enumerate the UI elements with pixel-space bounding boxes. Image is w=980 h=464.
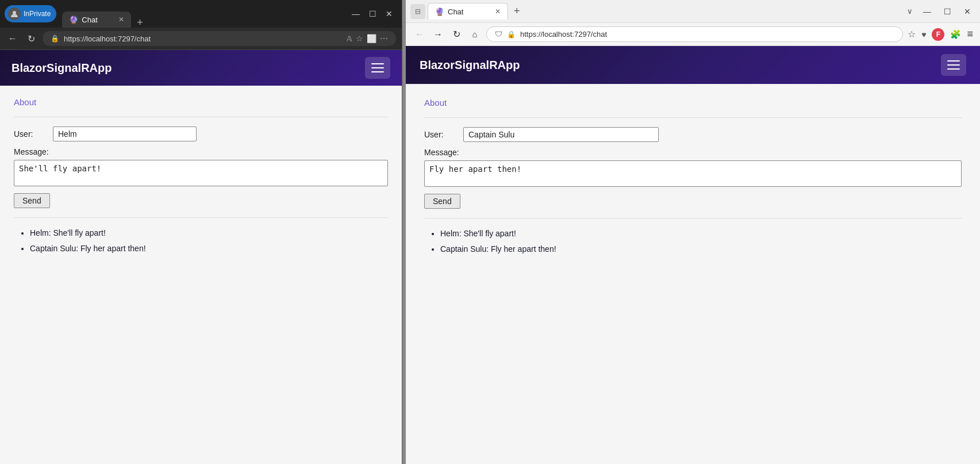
left-address-bar: ← ↻ 🔒 https://localhost:7297/chat 𝔸 ☆ ⬜ … [0, 28, 402, 50]
right-url-text: https://localhost:7297/chat [520, 30, 894, 39]
left-new-tab-button[interactable]: + [133, 17, 147, 28]
left-window-controls: — ☐ ✕ [352, 10, 397, 18]
right-message-label: Message: [424, 148, 962, 157]
right-app-container: BlazorSignalRApp About User: Message: Fl… [406, 46, 980, 464]
right-favorites-icon[interactable]: ☆ [908, 29, 916, 40]
right-app-content: About User: Message: Fly her apart then!… [406, 84, 980, 464]
left-tab-title: Chat [82, 16, 97, 24]
right-hamburger-line-2 [947, 64, 960, 66]
right-messages-list: Helm: She'll fly apart! Captain Sulu: Fl… [424, 228, 962, 255]
left-message-label: Message: [14, 147, 388, 156]
left-read-aloud-icon[interactable]: 𝔸 [347, 34, 352, 43]
inprivate-label: InPrivate [24, 10, 51, 18]
right-divider-2 [424, 218, 962, 218]
left-user-input[interactable] [53, 126, 197, 141]
right-refresh-button[interactable]: ↻ [449, 29, 463, 40]
left-close-button[interactable]: ✕ [386, 10, 393, 18]
left-title-bar: InPrivate 🔮 Chat ✕ + — ☐ ✕ [0, 0, 402, 28]
right-home-button[interactable]: ⌂ [468, 29, 482, 39]
right-browser-window: ⊟ 🔮 Chat ✕ + ∨ — ☐ ✕ ← → ↻ ⌂ 🛡 🔒 https:/… [406, 0, 980, 464]
list-item: Helm: She'll fly apart! [440, 228, 962, 240]
left-about-link[interactable]: About [14, 97, 36, 107]
right-extra-controls: ∨ [904, 6, 916, 17]
list-item: Captain Sulu: Fly her apart then! [440, 243, 962, 255]
list-item: Helm: She'll fly apart! [30, 227, 388, 239]
left-split-view-icon[interactable]: ⬜ [367, 34, 376, 43]
inprivate-avatar [8, 7, 21, 20]
left-app-content: About User: Message: She'll fly apart! S… [0, 86, 402, 464]
left-message-input[interactable]: She'll fly apart! [14, 160, 388, 186]
left-minimize-button[interactable]: — [352, 10, 360, 18]
left-tab-close[interactable]: ✕ [118, 16, 124, 24]
left-app-container: BlazorSignalRApp About User: Message: Sh… [0, 50, 402, 464]
left-send-button[interactable]: Send [14, 193, 50, 208]
left-navbar: BlazorSignalRApp [0, 50, 402, 86]
hamburger-line-2 [371, 67, 384, 68]
left-active-tab[interactable]: 🔮 Chat ✕ [62, 11, 131, 28]
left-messages-list: Helm: She'll fly apart! Captain Sulu: Fl… [14, 227, 388, 255]
right-address-bar: ← → ↻ ⌂ 🛡 🔒 https://localhost:7297/chat … [406, 23, 980, 46]
right-profile-icon[interactable]: F [932, 28, 944, 41]
left-url-right-icons: 𝔸 ☆ ⬜ ⋯ [347, 34, 388, 43]
right-send-button[interactable]: Send [424, 194, 460, 209]
left-url-box[interactable]: 🔒 https://localhost:7297/chat 𝔸 ☆ ⬜ ⋯ [43, 31, 396, 46]
left-user-label: User: [14, 129, 48, 139]
right-user-input[interactable] [463, 127, 659, 142]
right-title-bar: ⊟ 🔮 Chat ✕ + ∨ — ☐ ✕ [406, 0, 980, 23]
right-user-row: User: [424, 127, 962, 142]
right-about-link[interactable]: About [424, 98, 447, 108]
right-close-button[interactable]: ✕ [959, 6, 975, 17]
left-url-text: https://localhost:7297/chat [64, 34, 342, 43]
left-forward-button[interactable]: ↻ [24, 33, 38, 44]
right-app-title: BlazorSignalRApp [420, 59, 520, 72]
right-message-input[interactable]: Fly her apart then! [424, 160, 962, 187]
left-divider-1 [14, 117, 388, 117]
right-maximize-button[interactable]: ☐ [939, 6, 956, 17]
right-hamburger-line-3 [947, 68, 960, 70]
left-lock-icon: 🔒 [51, 34, 59, 43]
left-divider-2 [14, 217, 388, 218]
right-user-label: User: [424, 130, 459, 139]
left-app-title: BlazorSignalRApp [11, 62, 112, 75]
right-window-controls: — ☐ ✕ [918, 6, 975, 17]
left-user-row: User: [14, 126, 388, 141]
right-extensions-icon[interactable]: 🧩 [950, 29, 961, 40]
right-tab-area: 🔮 Chat ✕ + [428, 3, 901, 20]
right-hamburger-button[interactable] [941, 54, 966, 76]
right-pocket-icon[interactable]: ♥ [921, 30, 926, 39]
right-navbar: BlazorSignalRApp [406, 46, 980, 84]
left-maximize-button[interactable]: ☐ [369, 10, 376, 18]
right-hamburger-line-1 [947, 60, 960, 62]
left-back-button[interactable]: ← [6, 33, 20, 44]
inprivate-button[interactable]: InPrivate [5, 5, 56, 22]
right-expand-icon[interactable]: ∨ [904, 6, 916, 17]
right-toolbar-icons: ☆ ♥ F 🧩 ≡ [908, 28, 973, 41]
tab-favicon: 🔮 [69, 15, 78, 24]
list-item: Captain Sulu: Fly her apart then! [30, 243, 388, 255]
right-forward-button[interactable]: → [431, 29, 445, 40]
right-tab-favicon: 🔮 [435, 7, 444, 16]
right-menu-icon[interactable]: ≡ [967, 28, 973, 40]
right-divider-1 [424, 117, 962, 118]
left-tab-area: 🔮 Chat ✕ + [60, 0, 348, 28]
left-browser-window: InPrivate 🔮 Chat ✕ + — ☐ ✕ ← ↻ 🔒 https:/… [0, 0, 402, 464]
hamburger-line-1 [371, 63, 384, 64]
left-favorites-icon[interactable]: ☆ [356, 34, 363, 43]
hamburger-line-3 [371, 71, 384, 72]
right-tab-manager-icon[interactable]: ⊟ [410, 4, 425, 19]
right-new-tab-button[interactable]: + [509, 5, 525, 17]
right-active-tab[interactable]: 🔮 Chat ✕ [428, 3, 508, 20]
left-more-icon[interactable]: ⋯ [380, 34, 388, 43]
right-lock-icon: 🔒 [507, 30, 516, 39]
right-shield-icon: 🛡 [495, 30, 502, 39]
right-back-button[interactable]: ← [413, 29, 426, 40]
right-minimize-button[interactable]: — [918, 6, 936, 17]
left-hamburger-button[interactable] [365, 57, 390, 79]
right-url-box[interactable]: 🛡 🔒 https://localhost:7297/chat [486, 26, 903, 42]
right-tab-close[interactable]: ✕ [495, 7, 501, 16]
right-tab-title: Chat [448, 7, 463, 16]
